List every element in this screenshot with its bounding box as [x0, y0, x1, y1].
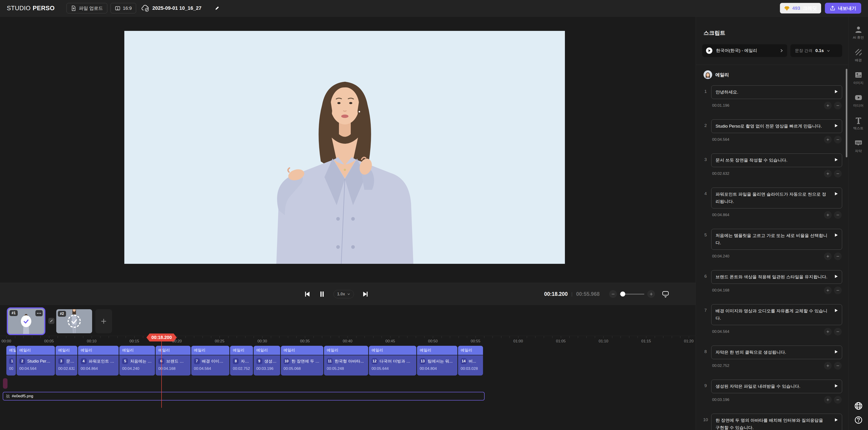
script-text-box[interactable]: Studio Perso로 촬영 없이 전문 영상을 빠르게 만듭니다. [711, 119, 842, 133]
ruler-tick [689, 336, 689, 338]
script-text-box[interactable]: 배경 이미지와 영상과 오디오를 자유롭게 교체할 수 있습니다. [711, 304, 842, 325]
playback-speed-button[interactable]: 1.0x [334, 290, 354, 298]
sentence-duration: 00:01.196 [712, 103, 730, 108]
sentence-gap-dropdown[interactable]: 문장 간격 0.1s [790, 44, 842, 57]
scene-thumbnail-2[interactable]: #2 [56, 309, 92, 333]
increase-gap-button[interactable] [824, 396, 832, 404]
scene-transition-button[interactable] [48, 318, 55, 324]
play-sentence-button[interactable] [834, 349, 838, 354]
language-button[interactable] [854, 401, 863, 410]
play-sentence-button[interactable] [834, 123, 838, 128]
play-sentence-button[interactable] [834, 191, 838, 196]
add-scene-button[interactable] [95, 309, 112, 333]
play-sentence-button[interactable] [834, 233, 838, 237]
script-text-box[interactable]: 처음에는 템플릿을 고르고 가로 또는 세로 비율을 선택합니다. [711, 229, 842, 250]
increase-gap-button[interactable] [824, 170, 832, 177]
play-sentence-button[interactable] [834, 418, 838, 422]
playhead-badge[interactable]: 00:18.200 [146, 334, 177, 341]
timeline-clip[interactable]: 에일리 13 팀에서는 워... 00:04.804 [417, 346, 457, 375]
script-item: 6 브랜드 폰트와 색상을 적용해 일관된 스타일을 유지합니다. 00:04.… [702, 270, 842, 294]
playhead-line[interactable] [161, 341, 162, 408]
ruler-label: 00:00 [2, 339, 11, 344]
zoom-in-button[interactable] [647, 290, 655, 298]
script-text-box[interactable]: 한 장면에 두 명의 아바타를 배치해 인터뷰와 질의응답을 구현할 수 있습니… [711, 414, 842, 430]
timeline-clip[interactable]: 에일리 14 버... 00:03.028 [458, 346, 483, 375]
ruler-tick [655, 336, 655, 338]
toolbar-item-subtitle[interactable]: 자막 [855, 139, 862, 153]
play-sentence-button[interactable] [834, 308, 838, 313]
play-sentence-button[interactable] [834, 89, 838, 94]
aspect-ratio-button[interactable]: 16:9 [111, 3, 136, 13]
timeline-clip[interactable]: 에일리 10 한 장면에 두 명의 아바타를 배치해 인터뷰와 질의응답을 구현… [281, 346, 323, 375]
voice-selector-button[interactable]: 한국어(한국) - 에일리 [702, 44, 787, 57]
increase-gap-button[interactable] [824, 136, 832, 143]
next-scene-button[interactable] [362, 291, 369, 298]
decrease-gap-button[interactable] [834, 136, 842, 143]
increase-gap-button[interactable] [824, 328, 832, 336]
decrease-gap-button[interactable] [834, 170, 842, 177]
decrease-gap-button[interactable] [834, 253, 842, 260]
script-text-box[interactable]: 자막은 한 번의 클릭으로 생성됩니다. [711, 346, 842, 359]
credits-button[interactable]: 493 크레딧 [780, 3, 821, 13]
toolbar-item-image[interactable]: 이미지 [853, 71, 864, 85]
zoom-slider-knob[interactable] [620, 291, 625, 296]
decrease-gap-button[interactable] [834, 211, 842, 219]
increase-gap-button[interactable] [824, 287, 832, 294]
decrease-gap-button[interactable] [834, 362, 842, 370]
decrease-gap-button[interactable] [834, 328, 842, 336]
toolbar-item-media[interactable]: 미디어 [853, 94, 864, 108]
timeline-clip[interactable]: 에일리 12 다국어 더빙과 립... 00:05.644 [369, 346, 416, 375]
play-sentence-button[interactable] [834, 383, 838, 388]
timeline-clip[interactable]: 에일리 9 생성된 자막은 파일로 내려받을 수 있습니다. 00:03.196 [254, 346, 280, 375]
timeline-clip[interactable]: 에일리 3 문서 쓰듯 장면을 작성할 수 있습니다. 00:02.632 [56, 346, 78, 375]
decrease-gap-button[interactable] [834, 287, 842, 294]
file-upload-button[interactable]: 파일 업로드 [66, 3, 107, 13]
timeline-clip[interactable]: 에일리 7 배경 이미지와 영상과 오디오를 자유롭게 교체할 수 있습니다. … [191, 346, 229, 375]
timeline-clip[interactable]: 에일리 8 자막은 한 번의 클릭으로 생성됩니다. 00:02.752 [230, 346, 253, 375]
scene-thumbnail-1[interactable]: #1 [7, 307, 45, 335]
export-button[interactable]: 내보내기 [825, 3, 861, 13]
timeline-ruler[interactable]: 00:0000:0500:1000:1500:2000:2500:3000:35… [0, 336, 695, 345]
video-canvas[interactable] [124, 31, 565, 264]
background-track[interactable]: #e0edf5.png [3, 392, 485, 400]
increase-gap-button[interactable] [824, 211, 832, 219]
help-button[interactable] [854, 415, 863, 425]
toolbar-item-text[interactable]: 텍스트 [853, 116, 864, 131]
timeline-clip[interactable]: 에일리 1 안녕하세요. 00:01.196 [6, 346, 16, 375]
decrease-gap-button[interactable] [834, 396, 842, 404]
timeline-clip[interactable]: 에일리 11 한국형 아바타... 00:05.248 [324, 346, 368, 375]
timeline-clip[interactable]: 에일리 4 파워포인트 파일을 올리면 슬라이드가 자동으로 씬으로 정리됩니다… [78, 346, 119, 375]
zoom-out-button[interactable] [609, 290, 617, 298]
script-text-box[interactable]: 브랜드 폰트와 색상을 적용해 일관된 스타일을 유지합니다. [711, 270, 842, 284]
increase-gap-button[interactable] [824, 362, 832, 370]
minus-icon [836, 330, 840, 334]
script-text-box[interactable]: 문서 쓰듯 장면을 작성할 수 있습니다. [711, 153, 842, 167]
script-scrollbar[interactable] [846, 69, 847, 157]
script-item: 5 처음에는 템플릿을 고르고 가로 또는 세로 비율을 선택합니다. 00:0… [702, 229, 842, 260]
toolbar-item-background[interactable]: 배경 [855, 48, 862, 62]
increase-gap-button[interactable] [824, 253, 832, 260]
audio-clip[interactable] [3, 378, 7, 389]
rename-project-button[interactable] [215, 6, 219, 11]
total-time: 00:55.968 [576, 291, 600, 297]
timeline-clip[interactable]: 에일리 6 브랜드 폰트와 색상을 적용해 일관된 스타일을 유지합니다. 00… [156, 346, 191, 375]
ruler-tick [126, 336, 126, 338]
zoom-slider[interactable] [620, 294, 644, 294]
script-text-box[interactable]: 안녕하세요. [711, 85, 842, 99]
scene-1-menu-button[interactable] [35, 310, 43, 316]
script-text-box[interactable]: 생성된 자막은 파일로 내려받을 수 있습니다. [711, 380, 842, 393]
timeline-clip[interactable]: 에일리 5 처음에는 템플릿을 고르고 가로 또는 세로 비율을 선택합니다. … [119, 346, 155, 375]
play-sentence-button[interactable] [834, 157, 838, 162]
script-item-main: 한 장면에 두 명의 아바타를 배치해 인터뷰와 질의응답을 구현할 수 있습니… [711, 414, 842, 430]
increase-gap-button[interactable] [824, 102, 832, 109]
previous-scene-button[interactable] [304, 291, 311, 298]
preview-display-button[interactable] [662, 290, 669, 298]
credits-unit: 크레딧 [803, 5, 817, 11]
script-text-box[interactable]: 파워포인트 파일을 올리면 슬라이드가 자동으로 씬으로 정리됩니다. [711, 188, 842, 208]
decrease-gap-button[interactable] [834, 102, 842, 109]
toolbar-item-ai-human[interactable]: AI 휴먼 [853, 26, 864, 40]
pause-button[interactable] [319, 291, 325, 297]
play-sentence-button[interactable] [834, 274, 838, 279]
ruler-label: 00:45 [385, 339, 395, 344]
timeline-clip[interactable]: 에일리 2 Studio Perso로 촬영 없이 전문 영상을 빠르게 만듭니… [17, 346, 55, 375]
